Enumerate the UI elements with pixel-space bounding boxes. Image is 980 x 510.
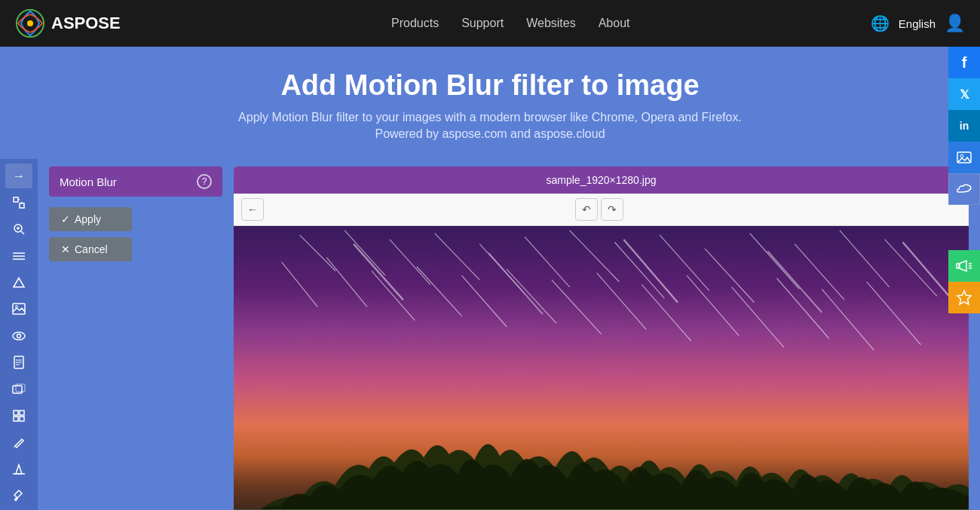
sidebar-icon-mountain2[interactable] [5, 457, 32, 481]
svg-line-60 [354, 244, 403, 300]
facebook-button[interactable]: f [948, 47, 980, 78]
svg-line-41 [705, 249, 755, 303]
sidebar-icon-pen[interactable] [5, 430, 32, 455]
svg-line-7 [21, 231, 24, 234]
svg-line-58 [822, 289, 874, 350]
svg-line-59 [867, 282, 921, 345]
svg-line-48 [372, 271, 415, 321]
nav-websites[interactable]: Websites [526, 17, 576, 30]
sidebar-icon-zoom[interactable] [5, 217, 32, 242]
svg-line-53 [597, 273, 647, 329]
hero-description: Apply Motion Blur filter to your images … [15, 111, 965, 124]
sidebar-icon-layers[interactable] [5, 243, 32, 268]
logo[interactable]: ASPOSE [15, 8, 121, 38]
nav-products[interactable]: Products [391, 17, 439, 30]
navbar-right: 🌐 English 👤 [871, 14, 965, 33]
svg-line-40 [660, 235, 709, 291]
checkmark-icon: ✓ [61, 213, 70, 225]
announce-icon [956, 258, 972, 274]
sidebar-icon-eye[interactable] [5, 323, 32, 348]
user-icon[interactable]: 👤 [945, 14, 965, 33]
svg-point-16 [13, 332, 25, 340]
svg-line-50 [461, 276, 507, 327]
sidebar-icon-transform[interactable] [5, 190, 32, 215]
svg-line-33 [345, 231, 385, 276]
svg-line-55 [687, 276, 739, 336]
svg-line-39 [614, 242, 664, 298]
twitter-button[interactable]: 𝕏 [948, 78, 980, 110]
language-label[interactable]: English [899, 17, 936, 30]
nav-about[interactable]: About [599, 17, 630, 30]
undo-button[interactable]: ↶ [575, 198, 598, 221]
image-share-button[interactable] [948, 142, 980, 173]
left-sidebar: → [0, 159, 38, 510]
hero-powered-by: Powered by aspose.com and aspose.cloud [15, 127, 965, 141]
svg-line-52 [552, 280, 602, 334]
hero-section: Add Motion Blur filter to image Apply Mo… [0, 47, 980, 159]
redo-button[interactable]: ↷ [601, 198, 623, 221]
svg-rect-27 [20, 417, 24, 421]
filter-title: Motion Blur [60, 176, 117, 188]
svg-line-46 [282, 262, 318, 307]
image-share-icon [957, 150, 972, 165]
x-icon: ✕ [61, 243, 70, 255]
svg-line-44 [840, 231, 890, 287]
svg-rect-24 [14, 411, 18, 415]
cancel-button[interactable]: ✕ Cancel [49, 237, 132, 261]
svg-line-38 [570, 231, 620, 282]
back-button[interactable]: ← [241, 198, 264, 221]
right-sidebar: f 𝕏 in [948, 47, 980, 313]
svg-point-17 [17, 334, 21, 337]
help-icon[interactable]: ? [197, 174, 212, 189]
svg-line-42 [750, 234, 800, 289]
sidebar-icon-brush[interactable] [5, 483, 32, 508]
filter-panel: Motion Blur ? ✓ Apply ✕ Cancel [49, 166, 222, 510]
image-toolbar: ← ↶ ↷ [234, 194, 969, 226]
filter-header: Motion Blur ? [49, 166, 222, 197]
apply-label: Apply [75, 213, 101, 225]
star-button[interactable] [948, 282, 980, 313]
svg-line-63 [767, 251, 822, 312]
sidebar-icon-mountain[interactable] [5, 270, 32, 295]
sidebar-icon-arrow[interactable]: → [5, 163, 32, 188]
svg-line-47 [326, 258, 367, 307]
announce-button[interactable] [948, 250, 980, 282]
cloud-share-button[interactable] [948, 173, 980, 205]
linkedin-icon: in [960, 120, 969, 132]
sidebar-icon-image[interactable] [5, 297, 32, 322]
svg-line-51 [507, 269, 556, 323]
globe-icon: 🌐 [871, 14, 890, 32]
svg-line-54 [642, 285, 691, 341]
navbar: ASPOSE Products Support Websites About 🌐… [0, 0, 980, 47]
svg-rect-25 [20, 411, 24, 415]
sidebar-icon-gallery[interactable] [5, 377, 32, 402]
svg-marker-71 [957, 291, 971, 304]
svg-rect-2 [14, 197, 18, 202]
svg-marker-29 [16, 465, 22, 474]
sidebar-icon-doc[interactable] [5, 350, 32, 375]
svg-line-61 [488, 253, 543, 314]
linkedin-button[interactable]: in [948, 110, 980, 142]
nav-support[interactable]: Support [461, 17, 504, 30]
svg-rect-26 [14, 417, 18, 421]
hero-title: Add Motion Blur filter to image [15, 69, 965, 102]
svg-line-49 [417, 267, 462, 316]
logo-text: ASPOSE [51, 14, 121, 33]
svg-line-35 [435, 234, 480, 280]
svg-line-57 [776, 278, 828, 338]
svg-line-43 [795, 244, 844, 300]
image-titlebar: sample_1920×1280.jpg ✕ [234, 166, 969, 194]
star-icon [956, 289, 972, 306]
sidebar-icon-grid[interactable] [5, 403, 32, 428]
apply-button[interactable]: ✓ Apply [49, 207, 132, 231]
svg-line-62 [623, 240, 678, 303]
cloud-icon [956, 183, 972, 195]
image-canvas [234, 226, 969, 510]
toolbar-left: ← [241, 198, 264, 221]
svg-line-34 [390, 240, 430, 285]
svg-point-15 [16, 306, 18, 308]
content-area: → [0, 159, 980, 510]
svg-point-66 [960, 154, 963, 157]
facebook-icon: f [962, 54, 967, 72]
cancel-label: Cancel [75, 243, 108, 255]
